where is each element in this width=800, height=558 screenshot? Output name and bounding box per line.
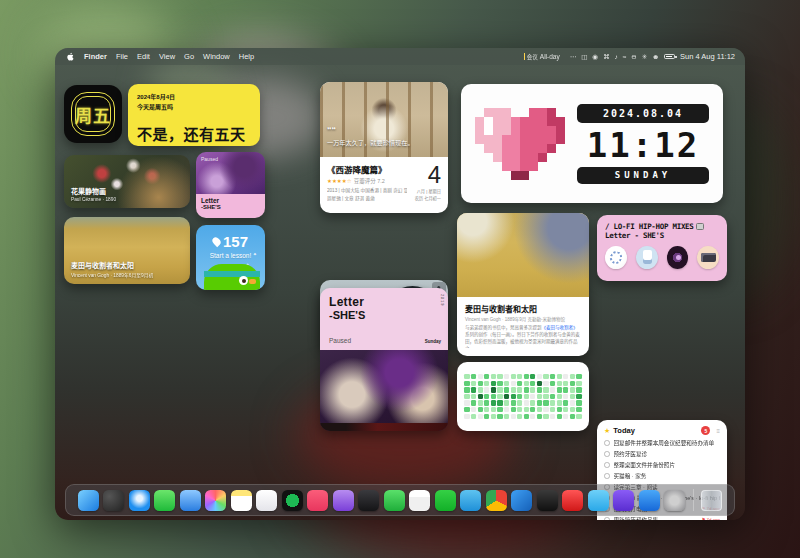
contribution-cell bbox=[504, 387, 509, 392]
contribution-cell bbox=[557, 414, 562, 419]
status-icon[interactable]: ♪ bbox=[615, 53, 618, 60]
heart-pixel bbox=[520, 108, 529, 117]
status-icon[interactable]: ⋯ bbox=[570, 53, 577, 60]
dock-icon-launchpad[interactable] bbox=[103, 490, 124, 511]
heart-pixel bbox=[547, 135, 556, 144]
heart-pixel bbox=[502, 144, 511, 153]
calendar-day-line1: 八月 | 星期日 bbox=[407, 188, 441, 194]
todo-checkbox[interactable] bbox=[604, 473, 610, 479]
widget-art-of-the-day[interactable]: 麦田与收割者和太阳 Vincent van Gogh · 1889年9月 克勒勒… bbox=[457, 213, 589, 356]
contribution-cell bbox=[497, 394, 502, 399]
menubar-clock[interactable]: Sun 4 Aug 11:12 bbox=[680, 52, 735, 61]
todo-text: 买猫粮 · 家务 bbox=[614, 473, 721, 479]
dock-icon-appstore[interactable] bbox=[639, 490, 660, 511]
status-icon[interactable]: ⊖ bbox=[631, 53, 636, 60]
dock-icon-chrome[interactable] bbox=[486, 490, 507, 511]
apple-menu-icon[interactable] bbox=[65, 51, 75, 62]
status-icon[interactable]: ≈ bbox=[623, 53, 627, 60]
dock-icon-wechat[interactable] bbox=[435, 490, 456, 511]
dock-icon-finder[interactable] bbox=[78, 490, 99, 511]
dock-icon-notes[interactable] bbox=[231, 490, 252, 511]
artwork-link[interactable]: 《麦田与收割者》 bbox=[542, 325, 578, 330]
menu-go[interactable]: Go bbox=[184, 52, 194, 61]
dock-icon-bilibili[interactable] bbox=[588, 490, 609, 511]
contribution-cell bbox=[530, 400, 535, 405]
dock-icon-calendar[interactable] bbox=[409, 490, 430, 511]
dock-icon-vscode[interactable] bbox=[511, 490, 532, 511]
contribution-cell bbox=[557, 381, 562, 386]
dock-icon-reminders[interactable] bbox=[256, 490, 277, 511]
widget-contribution-graph[interactable] bbox=[457, 362, 589, 431]
contribution-cell bbox=[464, 407, 469, 412]
dock-icon-netease-music[interactable] bbox=[562, 490, 583, 511]
movie-title: 《西游降魔篇》 bbox=[327, 163, 407, 175]
dock-icon-tv[interactable] bbox=[358, 490, 379, 511]
dock-icon-facetime[interactable] bbox=[384, 490, 405, 511]
status-icon[interactable]: ✳ bbox=[642, 53, 647, 60]
menu-edit[interactable]: Edit bbox=[137, 52, 150, 61]
todo-item[interactable]: 买猫粮 · 家务 bbox=[604, 473, 720, 479]
dock-icon-spotify[interactable] bbox=[282, 490, 303, 511]
widget-movie-quote[interactable]: ““ 一万年太久了，就要珍惜现在。 《西游降魔篇》 ★★★★☆豆瓣评分 7.2 … bbox=[320, 82, 448, 213]
dock-icon-podcasts[interactable] bbox=[333, 490, 354, 511]
cassette-sticker bbox=[697, 246, 719, 269]
widget-pixel-clock[interactable]: 2024.08.04 11:12 SUNDAY bbox=[461, 84, 723, 203]
contribution-cell bbox=[491, 394, 496, 399]
contribution-cell bbox=[557, 374, 562, 379]
todo-checkbox[interactable] bbox=[604, 517, 610, 520]
dock-icon-music[interactable] bbox=[307, 490, 328, 511]
contribution-cell bbox=[471, 400, 476, 405]
dock-icon-figma[interactable] bbox=[613, 490, 634, 511]
dock-icon-safari[interactable] bbox=[129, 490, 150, 511]
todo-item[interactable]: 回复邮件并整理本周会议纪要和待办清单 bbox=[604, 440, 720, 446]
dock bbox=[65, 484, 735, 516]
status-icon[interactable]: ☻ bbox=[652, 53, 659, 60]
todo-item[interactable]: 更新简历和作品集⚑ 7d ago bbox=[604, 517, 720, 520]
list-menu-icon[interactable]: ≡ bbox=[716, 428, 720, 434]
status-icon[interactable]: ◉ bbox=[592, 53, 598, 60]
todo-item[interactable]: 整理桌面文件并备份照片 bbox=[604, 462, 720, 468]
status-icon[interactable]: ⌘ bbox=[603, 53, 610, 60]
todo-checkbox[interactable] bbox=[604, 462, 610, 468]
contribution-cell bbox=[517, 400, 522, 405]
mixer-icon bbox=[696, 223, 704, 230]
dock-divider bbox=[693, 489, 694, 511]
contribution-cell bbox=[530, 374, 535, 379]
todo-item[interactable]: 预约牙医复诊 bbox=[604, 451, 720, 457]
heart-pixel bbox=[511, 117, 520, 126]
menu-file[interactable]: File bbox=[116, 52, 128, 61]
menu-help[interactable]: Help bbox=[239, 52, 254, 61]
battery-icon[interactable] bbox=[664, 54, 675, 60]
contribution-cell bbox=[497, 400, 502, 405]
widget-friday-icon[interactable]: 周五 bbox=[64, 85, 122, 143]
menubar-event[interactable]: 会议All-day bbox=[524, 53, 560, 61]
widget-music-small[interactable]: Paused Letter -SHE'S bbox=[196, 152, 265, 218]
dock-icon-telegram[interactable] bbox=[460, 490, 481, 511]
dock-icon-messages[interactable] bbox=[154, 490, 175, 511]
todo-checkbox[interactable] bbox=[604, 440, 610, 446]
widget-lofi-mixes[interactable]: / LO-FI HIP-HOP MIXES Letter - SHE'S bbox=[597, 215, 727, 281]
heart-pixel bbox=[538, 117, 547, 126]
widget-duolingo-streak[interactable]: 157 Start a lesson! ✦ + bbox=[196, 225, 265, 290]
contribution-cell bbox=[570, 400, 575, 405]
widget-is-it-friday[interactable]: 2024年8月4日 今天是周五吗 不是，还有五天 bbox=[128, 84, 260, 146]
dock-icon-photos[interactable] bbox=[205, 490, 226, 511]
contribution-cell bbox=[524, 407, 529, 412]
widget-art-cezanne[interactable]: 花果静物画 Paul Cézanne · 1890 bbox=[64, 155, 190, 208]
contribution-cell bbox=[530, 407, 535, 412]
widget-letter-player[interactable]: Letter -SHE'S Paused Sunday 2019 bbox=[320, 288, 448, 431]
dock-icon-system-settings[interactable] bbox=[664, 490, 685, 511]
menu-finder[interactable]: Finder bbox=[84, 52, 107, 61]
todo-checkbox[interactable] bbox=[604, 451, 610, 457]
menu-window[interactable]: Window bbox=[203, 52, 230, 61]
widget-art-wheatfield[interactable]: 麦田与收割者和太阳 Vincent van Gogh · 1889年6月至9月初 bbox=[64, 217, 190, 284]
contribution-cell bbox=[576, 414, 581, 419]
menu-view[interactable]: View bbox=[159, 52, 175, 61]
todo-text: 整理桌面文件并备份照片 bbox=[614, 462, 721, 468]
dock-icon-terminal[interactable] bbox=[537, 490, 558, 511]
heart-pixel bbox=[520, 153, 529, 162]
status-icon[interactable]: ◫ bbox=[581, 53, 587, 60]
contribution-cell bbox=[563, 381, 568, 386]
dock-icon-trash[interactable] bbox=[701, 490, 722, 511]
dock-icon-mail[interactable] bbox=[180, 490, 201, 511]
